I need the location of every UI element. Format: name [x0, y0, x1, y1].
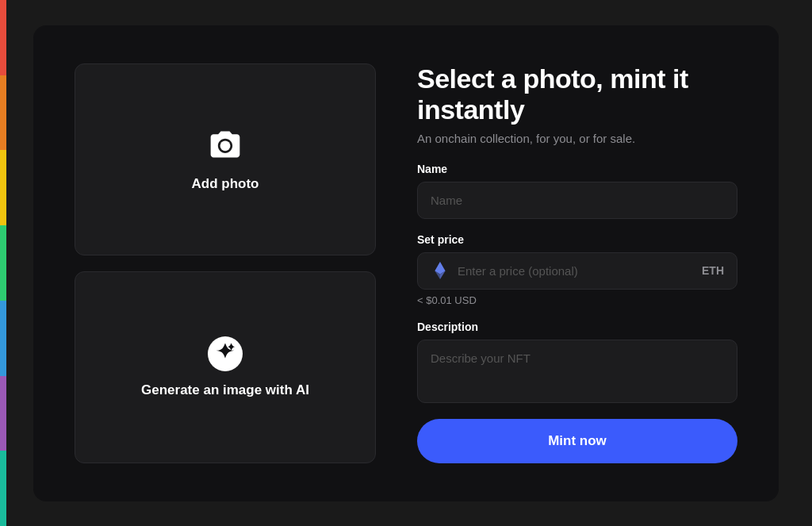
ai-star-icon	[215, 341, 236, 367]
left-color-bar	[0, 0, 6, 526]
price-input-wrapper: ETH	[417, 252, 737, 290]
add-photo-card[interactable]: Add photo	[75, 63, 376, 255]
right-color-bar	[806, 0, 812, 526]
usd-hint: < $0.01 USD	[417, 294, 737, 306]
main-container: Add photo Generate an image with AI Sele…	[33, 25, 779, 501]
name-label: Name	[417, 163, 737, 175]
ai-generate-label: Generate an image with AI	[141, 382, 309, 398]
svg-point-0	[220, 140, 231, 151]
add-photo-label: Add photo	[192, 176, 259, 192]
right-panel: Select a photo, mint it instantly An onc…	[417, 63, 737, 463]
camera-icon	[208, 127, 243, 165]
ai-generate-card[interactable]: Generate an image with AI	[75, 271, 376, 463]
price-input[interactable]	[458, 253, 694, 289]
left-panel: Add photo Generate an image with AI	[75, 63, 376, 463]
eth-currency-label: ETH	[702, 264, 724, 277]
ai-icon	[208, 336, 243, 371]
description-label: Description	[417, 321, 737, 333]
price-label: Set price	[417, 233, 737, 246]
page-subheading: An onchain collection, for you, or for s…	[417, 132, 737, 145]
name-input[interactable]	[417, 182, 737, 219]
mint-now-button[interactable]: Mint now	[417, 419, 737, 463]
eth-icon	[431, 261, 450, 280]
page-heading: Select a photo, mint it instantly	[417, 63, 737, 125]
description-textarea[interactable]	[417, 340, 737, 403]
